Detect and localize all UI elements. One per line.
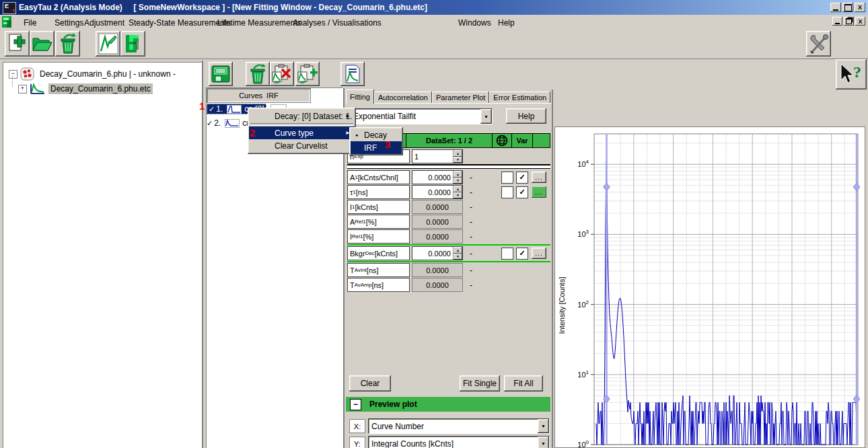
minimize-button[interactable] [830, 3, 841, 12]
spinner-up-icon[interactable]: ▲ [454, 247, 462, 254]
fit-tool-button[interactable] [120, 31, 145, 57]
add-curve-to-list-button[interactable] [295, 62, 320, 86]
x-axis-select-arrow[interactable]: ▼ [538, 419, 549, 433]
clear-button[interactable]: Clear [349, 375, 391, 391]
cursor-diamond-handle[interactable] [853, 395, 860, 403]
param-dash: - [463, 249, 490, 258]
cursor-diamond-handle[interactable] [603, 183, 610, 191]
help-button[interactable]: Help [506, 108, 546, 124]
spinner-down-icon[interactable]: ▼ [454, 192, 462, 199]
tree-child-label[interactable]: Decay_Coumarin_6.phu.etc [48, 83, 153, 94]
curve-row-inner[interactable]: ✓2.crv [207, 118, 253, 128]
open-workspace-button[interactable] [30, 31, 55, 57]
spinner-bkgr-dec[interactable]: ▲▼ [453, 247, 462, 260]
submenu-item-decay[interactable]: Decay● [351, 128, 402, 141]
context-help-button[interactable]: ? [836, 59, 867, 89]
param-fix-checkbox-bkgr-dec[interactable] [501, 248, 513, 260]
y-tick-label: 102 [577, 299, 589, 309]
delete-button[interactable] [55, 31, 80, 57]
spinner-up-icon[interactable]: ▲ [454, 171, 462, 178]
param-fix-checkbox-1[interactable] [501, 186, 513, 198]
collapse-section-button[interactable]: − [350, 399, 361, 410]
curve-check-icon[interactable]: ✓ [209, 105, 215, 114]
fit-all-button[interactable]: Fit All [504, 375, 543, 391]
curve-check-icon[interactable]: ✓ [207, 119, 213, 128]
tree-child-row[interactable]: + Decay_Coumarin_6.phu.etc [18, 83, 153, 95]
mdi-restore-button[interactable] [844, 17, 854, 26]
cursor-diamond-handle[interactable] [853, 183, 860, 191]
y-tick-label: 103 [577, 229, 589, 238]
mdi-close-button[interactable]: X [855, 17, 865, 26]
param-value-1[interactable]: 0.0000▲▼ [412, 185, 463, 199]
menu-item-help[interactable]: Help [495, 17, 518, 29]
curve-pen-icon [98, 33, 118, 54]
menu-item-analyses-visualisations[interactable]: Analyses / Visualisations [289, 17, 385, 29]
y-axis-select-arrow[interactable]: ▼ [538, 437, 549, 448]
context-menu-item-clear-curvelist[interactable]: Clear Curvelist [249, 139, 355, 152]
spinner-up-icon[interactable]: ▲ [454, 150, 462, 157]
param-fix-checkbox-a-1[interactable] [501, 172, 513, 184]
tabstrip-baseline [346, 103, 552, 104]
param-value-n-exp[interactable]: 1▲▼ [412, 149, 463, 163]
x-axis-select[interactable]: Curve Number ▼ [368, 418, 550, 434]
param-options-button-bkgr-dec[interactable]: ... [532, 248, 546, 259]
delete-curve-button[interactable] [246, 62, 270, 86]
param-value-bkgr-dec[interactable]: 0.0000▲▼ [412, 246, 463, 260]
model-select-arrow[interactable]: ▼ [480, 109, 492, 124]
collapse-expander-icon[interactable]: − [9, 70, 17, 79]
save-curve-button[interactable] [209, 62, 233, 86]
trash-curve-icon [248, 64, 268, 84]
report-button[interactable] [340, 62, 365, 86]
tree-root-row[interactable]: − Decay_Coumarin_6.phu | - unknown - [9, 68, 178, 80]
tools-button[interactable] [806, 31, 831, 57]
param-options-button-a-1[interactable]: ... [532, 172, 546, 183]
param-dash: - [463, 232, 490, 241]
panel-splitter-left[interactable] [202, 61, 203, 448]
tab-autocorrelation[interactable]: Autocorrelation [374, 91, 432, 104]
param-row-a-rel1: ARel1[%]0.0000- [347, 215, 550, 229]
model-select[interactable]: Exponential Tailfit ▼ [350, 108, 493, 124]
fitting-window-icon[interactable] [2, 16, 13, 28]
spinner-down-icon[interactable]: ▼ [454, 157, 462, 163]
spinner-down-icon[interactable]: ▼ [454, 178, 462, 184]
param-var-checkbox-1[interactable]: ✓ [516, 186, 528, 198]
new-workspace-button[interactable] [5, 31, 30, 57]
param-value-a-1[interactable]: 0.0000▲▼ [412, 170, 463, 184]
mdi-restore-icon [846, 18, 852, 24]
expand-expander-icon[interactable]: + [18, 85, 27, 94]
adjustment-curve-button[interactable] [96, 31, 120, 57]
spinner-n-exp[interactable]: ▲▼ [453, 150, 462, 163]
context-menu-item-curve-type[interactable]: Curve type► [249, 126, 355, 139]
menu-item-file[interactable]: File [20, 17, 40, 29]
spinner-1[interactable]: ▲▼ [453, 186, 462, 198]
tab-error-estimation[interactable]: Error Estimation [489, 91, 550, 104]
mdi-minimize-button[interactable] [832, 17, 842, 26]
curve-list-header: Curves IRF [207, 88, 311, 103]
param-row-i-rel1: IRel1[%]0.0000- [347, 229, 550, 244]
spinner-down-icon[interactable]: ▼ [454, 254, 462, 260]
param-value-text: 0.0000 [412, 266, 462, 274]
close-button[interactable]: X [855, 3, 865, 12]
svg-text:?: ? [853, 63, 861, 81]
maximize-button[interactable] [842, 3, 853, 12]
tab-fitting[interactable]: Fitting [346, 89, 374, 104]
param-var-checkbox-bkgr-dec[interactable]: ✓ [516, 248, 528, 260]
menu-item-adjustment[interactable]: Adjustment [81, 17, 128, 29]
global-cell[interactable] [492, 134, 511, 147]
tab-parameter-plot[interactable]: Parameter Plot [432, 91, 489, 104]
maximize-icon [844, 4, 852, 11]
fit-single-button[interactable]: Fit Single [460, 375, 500, 391]
y-axis-select[interactable]: Integral Counts [kCnts] ▼ [368, 436, 550, 448]
spinner-up-icon[interactable]: ▲ [454, 186, 462, 192]
remove-curve-from-list-button[interactable] [270, 62, 294, 86]
spinner-a-1[interactable]: ▲▼ [453, 171, 462, 184]
panel-splitter-right[interactable] [552, 89, 553, 448]
menu-item-windows[interactable]: Windows [455, 17, 495, 29]
context-menu-item-decay-0-dataset-1[interactable]: Decay: [0] Dataset: 1.► [249, 110, 355, 122]
param-var-checkbox-a-1[interactable]: ✓ [516, 172, 528, 184]
param-options-button-1[interactable]: ... [532, 186, 546, 198]
y-tick-label: 100 [577, 439, 589, 447]
minimize-icon [833, 9, 838, 11]
tree-root-label[interactable]: Decay_Coumarin_6.phu | - unknown - [38, 69, 178, 79]
submenu-item-irf[interactable]: IRF [351, 141, 402, 154]
